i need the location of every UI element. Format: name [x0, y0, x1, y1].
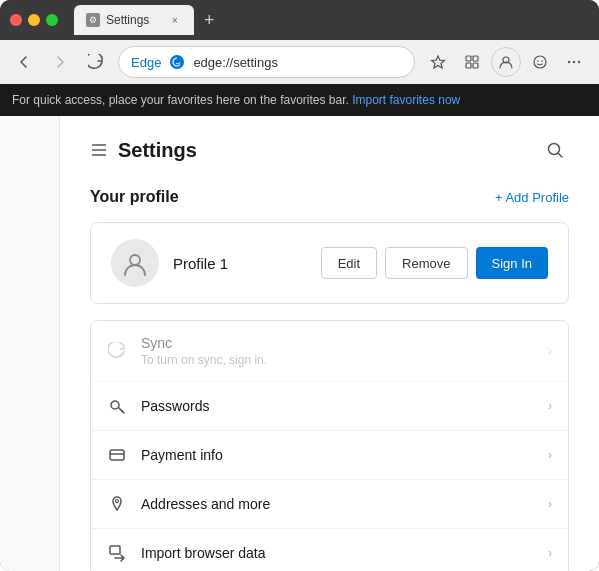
menu-item-sync[interactable]: Sync To turn on sync, sign in. › — [91, 321, 568, 382]
collections-button[interactable] — [457, 47, 487, 77]
avatar — [111, 239, 159, 287]
menu-item-addresses[interactable]: Addresses and more › — [91, 480, 568, 529]
menu-item-addresses-label: Addresses and more — [141, 496, 534, 512]
nav-actions — [423, 47, 589, 77]
active-tab[interactable]: ⚙ Settings × — [74, 5, 194, 35]
svg-point-9 — [541, 60, 543, 62]
settings-header: Settings — [90, 136, 569, 164]
edit-profile-button[interactable]: Edit — [321, 247, 377, 279]
close-window-button[interactable] — [10, 14, 22, 26]
card-icon — [107, 445, 127, 465]
your-profile-header: Your profile + Add Profile — [90, 188, 569, 206]
edge-logo-icon — [169, 54, 185, 70]
menu-item-payment-content: Payment info — [141, 447, 534, 463]
menu-item-passwords-label: Passwords — [141, 398, 534, 414]
passwords-chevron-icon: › — [548, 399, 552, 413]
location-icon — [107, 494, 127, 514]
refresh-button[interactable] — [82, 48, 110, 76]
maximize-window-button[interactable] — [46, 14, 58, 26]
settings-title-group: Settings — [90, 139, 197, 162]
favorites-star-button[interactable] — [423, 47, 453, 77]
svg-point-8 — [537, 60, 539, 62]
svg-rect-2 — [466, 56, 471, 61]
svg-point-10 — [568, 61, 570, 63]
minimize-window-button[interactable] — [28, 14, 40, 26]
settings-main-content: Settings Your profile + Add Profile Prof… — [60, 116, 599, 571]
svg-point-7 — [534, 56, 546, 68]
forward-button[interactable] — [46, 48, 74, 76]
more-options-button[interactable] — [559, 47, 589, 77]
address-bar[interactable]: Edge edge://settings — [118, 46, 415, 78]
addresses-chevron-icon: › — [548, 497, 552, 511]
hamburger-menu-button[interactable] — [90, 141, 108, 159]
svg-marker-1 — [432, 56, 445, 68]
svg-point-24 — [116, 500, 119, 503]
sign-in-button[interactable]: Sign In — [476, 247, 548, 279]
menu-item-sync-sublabel: To turn on sync, sign in. — [141, 353, 534, 367]
settings-page: Settings Your profile + Add Profile Prof… — [0, 116, 599, 571]
menu-item-passwords[interactable]: Passwords › — [91, 382, 568, 431]
menu-item-sync-content: Sync To turn on sync, sign in. — [141, 335, 534, 367]
search-settings-button[interactable] — [541, 136, 569, 164]
svg-line-17 — [559, 154, 563, 158]
svg-rect-25 — [110, 546, 120, 554]
tab-label: Settings — [106, 13, 149, 27]
svg-line-21 — [121, 410, 123, 412]
profile-name: Profile 1 — [173, 255, 307, 272]
tab-icon: ⚙ — [86, 13, 100, 27]
tab-bar: ⚙ Settings × + — [74, 5, 589, 35]
emoji-button[interactable] — [525, 47, 555, 77]
sync-chevron-icon: › — [548, 344, 552, 358]
svg-point-12 — [578, 61, 580, 63]
address-prefix: Edge — [131, 55, 161, 70]
svg-rect-22 — [110, 450, 124, 460]
settings-menu: Sync To turn on sync, sign in. › Passwor… — [90, 320, 569, 571]
your-profile-title: Your profile — [90, 188, 179, 206]
profile-button[interactable] — [491, 47, 521, 77]
add-profile-button[interactable]: + Add Profile — [495, 190, 569, 205]
payment-chevron-icon: › — [548, 448, 552, 462]
svg-point-0 — [170, 55, 184, 69]
remove-profile-button[interactable]: Remove — [385, 247, 467, 279]
menu-item-addresses-content: Addresses and more — [141, 496, 534, 512]
profile-actions: Edit Remove Sign In — [321, 247, 548, 279]
menu-item-sync-label: Sync — [141, 335, 534, 351]
svg-rect-4 — [466, 63, 471, 68]
menu-item-import-content: Import browser data — [141, 545, 534, 561]
traffic-lights — [10, 14, 58, 26]
menu-item-payment[interactable]: Payment info › — [91, 431, 568, 480]
import-favorites-link[interactable]: Import favorites now — [352, 93, 460, 107]
favorites-bar: For quick access, place your favorites h… — [0, 84, 599, 116]
settings-sidebar — [0, 116, 60, 571]
navigation-bar: Edge edge://settings — [0, 40, 599, 84]
menu-item-import-label: Import browser data — [141, 545, 534, 561]
key-icon — [107, 396, 127, 416]
browser-window: ⚙ Settings × + Edge edge://settings — [0, 0, 599, 571]
title-bar: ⚙ Settings × + — [0, 0, 599, 40]
menu-item-payment-label: Payment info — [141, 447, 534, 463]
close-tab-button[interactable]: × — [168, 13, 182, 27]
new-tab-button[interactable]: + — [198, 10, 221, 31]
page-title: Settings — [118, 139, 197, 162]
address-url: edge://settings — [193, 55, 278, 70]
menu-item-passwords-content: Passwords — [141, 398, 534, 414]
menu-item-import[interactable]: Import browser data › — [91, 529, 568, 571]
svg-rect-5 — [473, 63, 478, 68]
back-button[interactable] — [10, 48, 38, 76]
svg-point-11 — [573, 61, 575, 63]
profile-section: Your profile + Add Profile Profile 1 Edi… — [90, 188, 569, 304]
sync-icon — [107, 341, 127, 361]
svg-point-18 — [130, 255, 140, 265]
svg-point-16 — [549, 144, 560, 155]
profile-card: Profile 1 Edit Remove Sign In — [90, 222, 569, 304]
import-chevron-icon: › — [548, 546, 552, 560]
svg-point-19 — [111, 401, 119, 409]
import-icon — [107, 543, 127, 563]
favorites-bar-text: For quick access, place your favorites h… — [12, 93, 349, 107]
svg-rect-3 — [473, 56, 478, 61]
